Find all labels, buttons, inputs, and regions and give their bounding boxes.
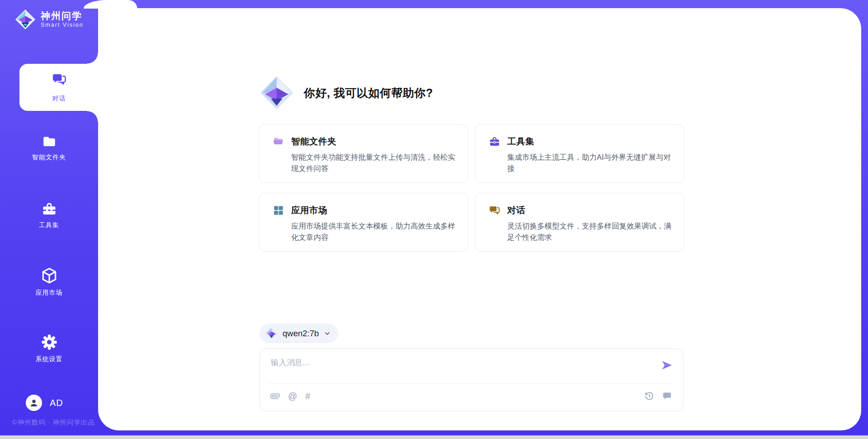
apps-grid-icon [273,205,284,216]
app-subtitle: Smart Vision [41,21,84,29]
briefcase-icon [489,136,500,148]
card-description: 灵活切换多模型文件，支持多样回复效果调试，满足个性化需求 [507,220,672,243]
card-toolset[interactable]: 工具集 集成市场上主流工具，助力AI与外界无缝扩展与对接 [475,124,684,183]
app-title: 神州问学 [41,10,84,21]
card-description: 应用市场提供丰富长文本模板，助力高效生成多样化文章内容 [291,220,456,243]
app-logo: 神州问学 Smart Vision [15,9,84,30]
sidebar-item-smart-folder[interactable]: 智能文件夹 [0,134,98,162]
card-app-market[interactable]: 应用市场 应用市场提供丰富长文本模板，助力高效生成多样化文章内容 [259,193,468,252]
card-smart-folder[interactable]: 智能文件夹 智能文件夹功能支持批量文件上传与清洗，轻松实现文件问答 [259,124,468,183]
sidebar-item-app-market[interactable]: 应用市场 [0,267,98,297]
composer-divider [269,383,674,384]
active-tab-fillet-bottom [87,111,98,122]
sidebar-item-settings[interactable]: 系统设置 [0,333,98,363]
card-description: 智能文件夹功能支持批量文件上传与清洗，轻松实现文件问答 [291,152,456,174]
greeting-text: 你好, 我可以如何帮助你? [304,86,433,100]
brand-diamond-icon [265,327,278,339]
copyright-text: ©神州数码 · 神州问学出品 [12,418,95,427]
brand-diamond-icon [259,76,294,110]
folder-open-icon [273,136,284,148]
chevron-down-icon [324,330,331,337]
sidebar-item-label: 系统设置 [0,355,98,363]
person-icon [28,397,39,408]
card-title: 应用市场 [291,204,327,216]
chat-icon [52,72,67,87]
greeting: 你好, 我可以如何帮助你? [259,76,433,110]
sidebar-item-label: 工具集 [0,221,98,229]
sidebar-item-toolset[interactable]: 工具集 [0,201,98,229]
send-button[interactable] [660,359,673,372]
history-icon[interactable] [644,391,654,401]
model-name: qwen2:7b [283,329,319,339]
sidebar-item-label: 应用市场 [0,289,98,297]
avatar [26,395,42,411]
message-composer: @ # [259,348,684,411]
message-input[interactable] [270,356,633,381]
card-description: 集成市场上主流工具，助力AI与外界无缝扩展与对接 [507,152,672,174]
mention-icon[interactable]: @ [288,391,297,401]
bottom-scrollbar-strip[interactable] [0,435,868,439]
user-name: AD [50,398,63,408]
sidebar-item-label: 智能文件夹 [0,153,98,162]
card-title: 对话 [507,204,525,216]
quick-reply-icon[interactable] [662,391,672,401]
main-panel: 你好, 我可以如何帮助你? 智能文件夹 智能文件夹功能支持批量文件上传与清洗，轻… [98,8,861,430]
panel-top-wave-fillet [129,0,137,9]
toolbox-icon [41,201,58,217]
brand-diamond-icon [15,9,36,30]
sidebar-item-label: 对话 [52,95,66,103]
chat-icon [489,205,500,216]
folder-icon [41,134,58,149]
active-tab-fillet-top [87,53,98,64]
card-chat[interactable]: 对话 灵活切换多模型文件，支持多样回复效果调试，满足个性化需求 [475,193,684,252]
gear-icon [40,333,58,351]
feature-cards: 智能文件夹 智能文件夹功能支持批量文件上传与清洗，轻松实现文件问答 工具集 集成… [259,124,684,252]
attachment-icon[interactable] [270,391,280,401]
sidebar-item-chat[interactable]: 对话 [19,64,99,111]
send-icon [660,359,673,372]
card-title: 工具集 [507,135,534,148]
user-profile[interactable]: AD [26,395,63,411]
hashtag-icon[interactable]: # [305,391,310,401]
cube-icon [40,267,58,285]
card-title: 智能文件夹 [291,135,336,148]
model-selector[interactable]: qwen2:7b [259,324,338,343]
